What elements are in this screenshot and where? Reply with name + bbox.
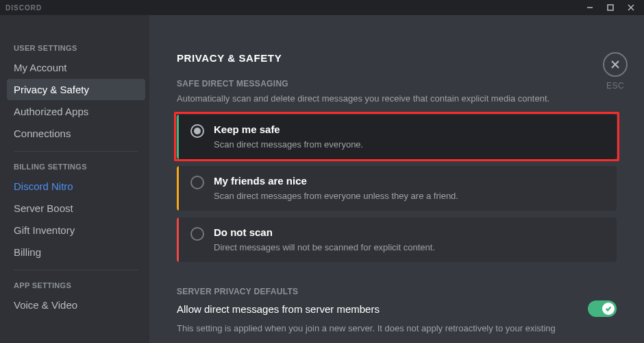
minimize-button[interactable] [581, 0, 599, 15]
sidebar-item-discord-nitro[interactable]: Discord Nitro [7, 176, 145, 197]
sidebar-item-gift-inventory[interactable]: Gift Inventory [7, 220, 145, 241]
sidebar-header-app: APP SETTINGS [7, 277, 145, 294]
accent-bar [177, 217, 179, 262]
allow-dm-title: Allow direct messages from server member… [177, 303, 380, 315]
option-title: Keep me safe [214, 123, 363, 137]
sidebar-header-user: USER SETTINGS [7, 40, 145, 56]
option-keep-me-safe[interactable]: Keep me safe Scan direct messages from e… [177, 115, 617, 159]
sidebar-item-server-boost[interactable]: Server Boost [7, 198, 145, 219]
sidebar-header-billing: BILLING SETTINGS [7, 158, 145, 175]
sidebar-item-privacy-safety[interactable]: Privacy & Safety [7, 79, 145, 100]
option-subtitle: Scan direct messages from everyone. [214, 139, 363, 150]
settings-content: ESC PRIVACY & SAFETY SAFE DIRECT MESSAGI… [149, 15, 644, 343]
option-subtitle: Direct messages will not be scanned for … [214, 242, 435, 252]
divider [14, 151, 138, 152]
option-title: Do not scan [214, 226, 435, 239]
section-desc-sdm: Automatically scan and delete direct mes… [177, 93, 617, 105]
titlebar: DISCORD [0, 0, 644, 15]
option-subtitle: Scan direct messages from everyone unles… [214, 191, 458, 201]
close-button[interactable] [622, 0, 640, 15]
option-do-not-scan[interactable]: Do not scan Direct messages will not be … [177, 217, 617, 262]
allow-dm-toggle[interactable] [588, 300, 617, 317]
option-friends-nice[interactable]: My friends are nice Scan direct messages… [177, 166, 617, 211]
section-header-server-privacy: SERVER PRIVACY DEFAULTS [177, 287, 617, 296]
section-header-sdm: SAFE DIRECT MESSAGING [177, 79, 617, 88]
accent-bar [177, 166, 179, 211]
sidebar-item-billing[interactable]: Billing [7, 241, 145, 263]
radio-icon [190, 227, 204, 241]
check-icon [602, 303, 615, 315]
window-controls [581, 0, 644, 15]
app-logo: DISCORD [5, 4, 42, 12]
allow-dm-desc: This setting is applied when you join a … [177, 322, 617, 335]
option-title: My friends are nice [214, 174, 458, 188]
esc-label: ESC [606, 81, 624, 91]
accent-bar [177, 115, 179, 159]
svg-rect-1 [608, 5, 613, 10]
page-title: PRIVACY & SAFETY [177, 52, 617, 64]
sidebar-item-my-account[interactable]: My Account [7, 57, 145, 78]
radio-icon [190, 124, 204, 138]
settings-sidebar: USER SETTINGS My Account Privacy & Safet… [0, 15, 149, 343]
sidebar-item-connections[interactable]: Connections [7, 123, 145, 144]
maximize-button[interactable] [602, 0, 619, 15]
radio-icon [190, 176, 204, 189]
close-icon [603, 52, 628, 77]
divider [14, 270, 138, 270]
close-settings-button[interactable]: ESC [603, 52, 628, 91]
sidebar-item-voice-video[interactable]: Voice & Video [7, 294, 145, 316]
sidebar-item-authorized-apps[interactable]: Authorized Apps [7, 101, 145, 122]
